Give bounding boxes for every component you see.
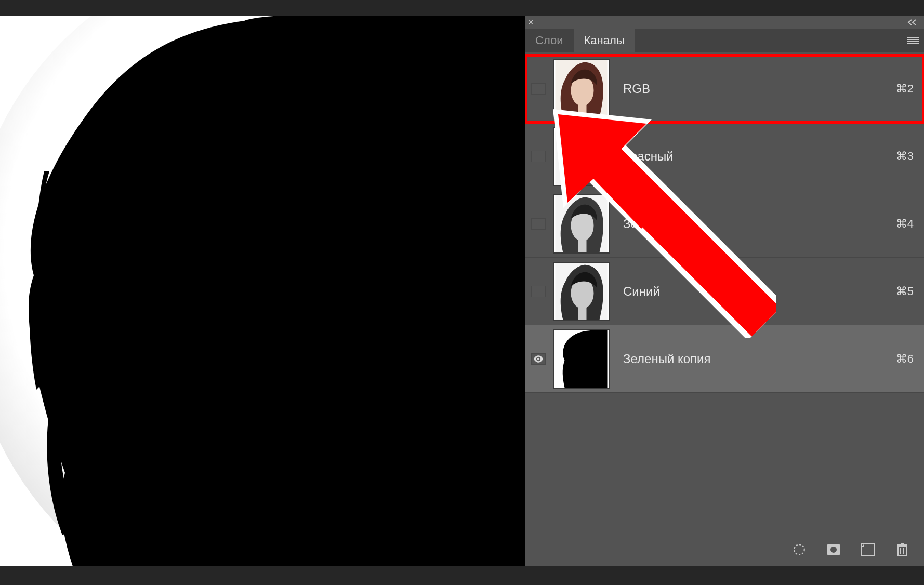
tab-label: Слои (535, 34, 563, 47)
channel-name: Зеленый (623, 217, 896, 231)
tab-layers[interactable]: Слои (525, 29, 574, 52)
channel-row-rgb[interactable]: RGB ⌘2 (525, 55, 924, 123)
channel-row-blue[interactable]: Синий ⌘5 (525, 258, 924, 325)
channel-thumbnail (553, 329, 610, 389)
visibility-toggle[interactable] (525, 218, 552, 230)
delete-channel-icon[interactable] (894, 541, 910, 558)
close-panel-icon[interactable]: × (528, 18, 534, 27)
visibility-toggle[interactable] (525, 151, 552, 162)
tab-label: Каналы (584, 34, 625, 47)
visibility-toggle[interactable] (525, 83, 552, 95)
channels-panel: × Слои Каналы (525, 16, 924, 566)
channel-thumbnail (553, 127, 610, 186)
channel-shortcut: ⌘6 (896, 352, 914, 366)
svg-rect-10 (578, 240, 587, 252)
svg-rect-20 (898, 546, 906, 555)
channel-name: Синий (623, 284, 896, 299)
channel-thumbnail (553, 59, 610, 118)
panel-menu-icon[interactable] (907, 29, 919, 52)
visibility-toggle[interactable] (525, 286, 552, 297)
channel-row-red[interactable]: Красный ⌘3 (525, 123, 924, 190)
panel-footer (525, 533, 924, 566)
svg-rect-4 (578, 105, 587, 117)
svg-rect-22 (901, 543, 904, 544)
visibility-box (531, 151, 546, 162)
collapse-panel-icon[interactable] (906, 18, 918, 29)
svg-rect-13 (578, 308, 587, 320)
channel-shortcut: ⌘5 (896, 285, 914, 298)
visibility-box (531, 83, 546, 95)
channel-thumbnail (553, 262, 610, 321)
visibility-box (531, 286, 546, 297)
document-canvas[interactable] (0, 16, 525, 566)
channel-row-green[interactable]: Зеленый ⌘4 (525, 190, 924, 258)
panel-titlebar: × (525, 16, 924, 29)
load-channel-as-selection-icon[interactable] (791, 541, 808, 558)
visibility-box (531, 353, 546, 365)
channel-list: RGB ⌘2 Красный ⌘3 (525, 52, 924, 533)
channel-name: Зеленый копия (623, 352, 896, 366)
channel-shortcut: ⌘2 (896, 82, 914, 96)
channel-row-green-copy[interactable]: Зеленый копия ⌘6 (525, 325, 924, 393)
eye-icon (533, 355, 544, 363)
save-selection-as-channel-icon[interactable] (825, 541, 842, 558)
svg-point-16 (794, 544, 804, 555)
channel-shortcut: ⌘3 (896, 150, 914, 163)
svg-rect-7 (578, 172, 587, 185)
new-channel-icon[interactable] (860, 541, 876, 558)
svg-rect-21 (897, 544, 907, 546)
panel-tabs: Слои Каналы (525, 29, 924, 52)
workspace: × Слои Каналы (0, 16, 924, 566)
svg-point-14 (537, 357, 539, 360)
channel-name: Красный (623, 149, 896, 164)
tab-channels[interactable]: Каналы (574, 29, 635, 52)
channel-thumbnail (553, 194, 610, 254)
visibility-box (531, 218, 546, 230)
visibility-toggle[interactable] (525, 353, 552, 365)
svg-point-18 (830, 547, 837, 553)
canvas-content (0, 16, 525, 566)
channel-shortcut: ⌘4 (896, 217, 914, 231)
channel-name: RGB (623, 82, 896, 96)
